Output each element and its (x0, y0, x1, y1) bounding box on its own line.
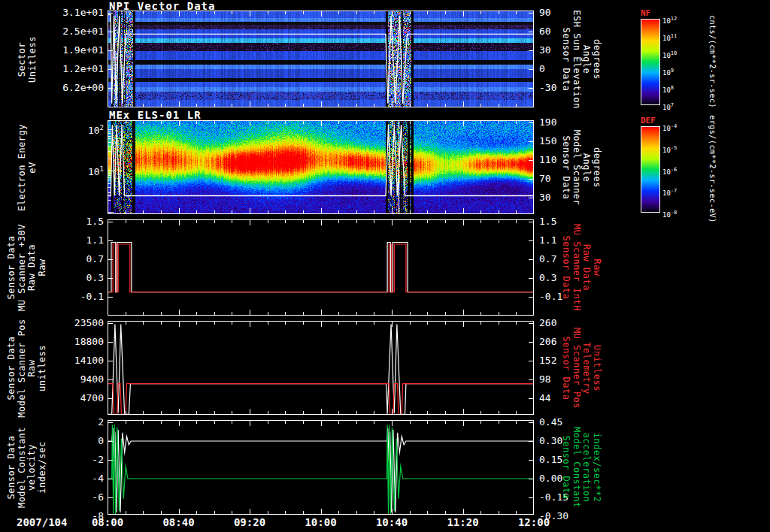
y-axis-label-left: SectorUnitless (17, 36, 38, 83)
y-tick-label-right: 0.45 (539, 417, 587, 427)
def-colorbar-title: DEF (641, 116, 656, 125)
y-tick-label-right: 260 (539, 318, 587, 328)
colorbar-tick-label: 1012 (662, 16, 677, 25)
y-tick-label-left: 3.1e+01 (44, 8, 104, 17)
y-axis-label-right: UnitlessTelemetryMU Scanner PosSensor Da… (561, 327, 602, 408)
x-tick-label: 12:00 (504, 516, 564, 528)
y-tick-label-left: 0 (44, 436, 104, 446)
scanner-position-lineplot-canvas (108, 321, 534, 415)
y-tick-label-left: 2 (44, 417, 104, 427)
colorbar-units-label: ergs/(cm**2-sr-sec-eV) (707, 115, 717, 222)
y-axis-label-left: Sensor DataModel Scanner PosRawunitless (7, 319, 47, 417)
y-tick-label-left: 1.2e+01 (44, 64, 104, 74)
y-axis-label-left: Electron EnergyeV (17, 124, 38, 211)
y-axis-label-left: Sensor DataModel Constantvelocityindex/s… (7, 427, 47, 508)
y-tick-label-left: 18800 (44, 337, 104, 346)
npi-sector-spectrogram-canvas (108, 11, 534, 107)
colorbar-tick-label: 107 (662, 102, 674, 111)
def-colorbar (641, 126, 660, 213)
y-axis-label-right: index/sec**2accelerationModel ConstantSe… (561, 427, 602, 508)
y-tick-label-left: 9400 (44, 374, 104, 384)
nf-colorbar (641, 19, 660, 105)
y-tick-label-left: 1.1 (44, 235, 104, 245)
colorbar-tick-label: 109 (662, 68, 674, 77)
y-tick-label-left: 6.2e+00 (44, 83, 104, 92)
nf-colorbar-title: NF (641, 8, 650, 18)
y-tick-label-left: 4700 (44, 393, 104, 403)
y-tick-label-left: 102 (44, 123, 104, 135)
y-tick-label-left: 101 (44, 165, 104, 177)
colorbar-tick-label: 10-4 (662, 123, 677, 132)
y-tick-label-left: 1.5 (44, 216, 104, 226)
colorbar-tick-label: 1011 (662, 33, 677, 42)
x-tick-label: 08:00 (77, 516, 138, 528)
colorbar-tick-label: 10-8 (662, 210, 677, 219)
y-tick-label-left: -6 (44, 492, 104, 502)
colorbar-tick-label: 108 (662, 85, 674, 94)
colorbar-units-label: cnts/(cm**2-sr-sec) (707, 15, 717, 108)
y-axis-label-left: Sensor DataMU Scanner +30VRaw DataRaw (7, 224, 47, 311)
panel-title-els: MEx ELS-01 LR (109, 109, 202, 121)
y-tick-label-left: 1.9e+01 (44, 45, 104, 55)
y-tick-label-left: -4 (44, 473, 104, 483)
x-tick-label: 10:00 (291, 516, 351, 528)
y-tick-label-left: 0.3 (44, 273, 104, 283)
y-tick-label-right: 190 (539, 117, 587, 127)
mu-scanner-raw-lineplot-canvas (108, 219, 534, 316)
y-tick-label-left: -0.1 (44, 292, 104, 301)
y-axis-label-right: RawRaw DataMU Scanner IntHSensor Data (561, 224, 602, 311)
sddas-multipanel-science-plot: NPI Vector Data MEx ELS-01 LR NF DEF 200… (0, 0, 770, 532)
y-tick-label-left: -2 (44, 455, 104, 464)
velocity-acceleration-lineplot-canvas (108, 420, 534, 515)
y-tick-label-left: 0.7 (44, 254, 104, 264)
x-tick-label: 11:20 (433, 516, 493, 528)
y-tick-label-left: 23500 (44, 318, 104, 328)
x-tick-label: 08:40 (149, 516, 209, 528)
els-electron-energy-spectrogram-canvas (108, 120, 534, 214)
colorbar-tick-label: 1010 (662, 50, 677, 59)
x-tick-label: 10:40 (362, 516, 422, 528)
colorbar-tick-label: 10-6 (662, 167, 677, 176)
y-tick-label-left: 2.5e+01 (44, 26, 104, 36)
y-tick-label-left: 14100 (44, 355, 104, 365)
colorbar-tick-label: 10-5 (662, 145, 677, 154)
x-tick-label: 09:20 (220, 516, 280, 528)
y-axis-label-right: degreesAngleModel ScannerSensor Data (561, 129, 602, 204)
colorbar-tick-label: 10-7 (662, 188, 677, 197)
y-axis-label-right: degreesAngleESH Sun ElevationSensor Data (561, 10, 602, 108)
